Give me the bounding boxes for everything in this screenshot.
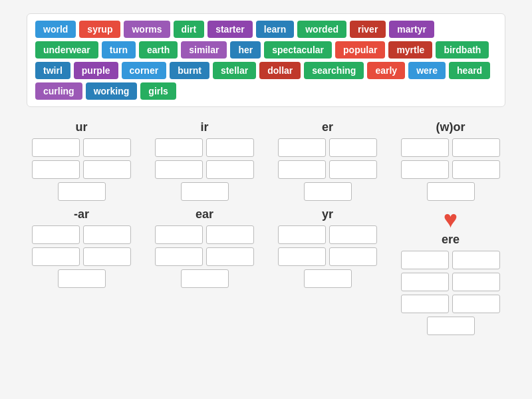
drop-slot[interactable] [83, 160, 131, 179]
word-tile-burnt[interactable]: burnt [170, 62, 209, 79]
drop-slot[interactable] [206, 247, 254, 266]
slot-row [32, 160, 131, 179]
drop-slot[interactable] [181, 269, 229, 288]
drop-slot[interactable] [278, 138, 326, 157]
drop-slot[interactable] [401, 138, 449, 157]
category-label: (w)or [436, 120, 466, 134]
drop-slot[interactable] [329, 247, 377, 266]
ere-drop-slots [396, 251, 505, 335]
slot-row [278, 138, 377, 157]
word-tile-dollar[interactable]: dollar [259, 62, 301, 79]
word-tile-spectacular[interactable]: spectacular [264, 41, 332, 59]
drop-slot[interactable] [58, 269, 106, 288]
word-tile-river[interactable]: river [350, 21, 386, 38]
drop-slot[interactable] [58, 182, 106, 201]
word-tile-early[interactable]: early [367, 62, 405, 79]
word-tile-myrtle[interactable]: myrtle [388, 41, 432, 59]
drop-slot[interactable] [401, 160, 449, 179]
word-tile-searching[interactable]: searching [304, 62, 364, 79]
drop-slot[interactable] [452, 160, 500, 179]
category-label: er [322, 120, 333, 134]
slot-row [32, 138, 131, 157]
category-ar: -ar [27, 207, 136, 335]
drop-slot[interactable] [452, 251, 500, 269]
slot-row [427, 182, 475, 201]
drop-slot[interactable] [206, 138, 254, 157]
drop-slot[interactable] [83, 247, 131, 266]
word-tile-heard[interactable]: heard [449, 62, 490, 79]
word-tile-birdbath[interactable]: birdbath [436, 41, 489, 59]
drop-slot[interactable] [181, 182, 229, 201]
word-tile-girls[interactable]: girls [140, 82, 176, 100]
drop-slot[interactable] [452, 273, 500, 291]
drop-slot[interactable] [452, 295, 500, 313]
word-tile-purple[interactable]: purple [74, 62, 118, 79]
drop-slots [396, 138, 505, 201]
drop-slot[interactable] [401, 295, 449, 313]
word-tile-turn[interactable]: turn [102, 41, 136, 59]
word-tile-world[interactable]: world [35, 21, 76, 38]
slot-row [401, 273, 500, 291]
slot-row [155, 247, 254, 266]
slot-row [304, 269, 352, 288]
category-ir: ir [150, 120, 259, 201]
drop-slot[interactable] [278, 225, 326, 244]
heart-icon: ♥ [444, 207, 458, 231]
drop-slot[interactable] [32, 247, 80, 266]
drop-slot[interactable] [206, 225, 254, 244]
drop-slot[interactable] [32, 138, 80, 157]
word-tile-worms[interactable]: worms [124, 21, 170, 38]
drop-slot[interactable] [32, 160, 80, 179]
drop-slot[interactable] [32, 225, 80, 244]
drop-slot[interactable] [329, 138, 377, 157]
word-tile-twirl[interactable]: twirl [35, 62, 70, 79]
drop-slot[interactable] [401, 273, 449, 291]
drop-slot[interactable] [329, 160, 377, 179]
drop-slot[interactable] [155, 225, 203, 244]
slot-row [401, 295, 500, 313]
drop-slot[interactable] [329, 225, 377, 244]
word-tile-her[interactable]: her [230, 41, 261, 59]
drop-slot[interactable] [155, 160, 203, 179]
word-tile-curling[interactable]: curling [35, 82, 82, 100]
slot-row [278, 225, 377, 244]
drop-slot[interactable] [155, 247, 203, 266]
word-tile-worded[interactable]: worded [297, 21, 346, 38]
word-tile-syrup[interactable]: syrup [79, 21, 120, 38]
word-tile-corner[interactable]: corner [122, 62, 167, 79]
drop-slot[interactable] [278, 160, 326, 179]
slot-row [401, 160, 500, 179]
slot-row [304, 182, 352, 201]
word-tile-martyr[interactable]: martyr [389, 21, 434, 38]
word-tile-learn[interactable]: learn [256, 21, 294, 38]
word-tile-popular[interactable]: popular [335, 41, 385, 59]
word-tile-similar[interactable]: similar [181, 41, 227, 59]
word-tile-dirt[interactable]: dirt [174, 21, 205, 38]
drop-slot[interactable] [83, 138, 131, 157]
drop-slot[interactable] [83, 225, 131, 244]
word-tile-underwear[interactable]: underwear [35, 41, 98, 59]
slot-row [155, 138, 254, 157]
word-tile-working[interactable]: working [86, 82, 138, 100]
drop-slot[interactable] [427, 317, 475, 335]
drop-slot[interactable] [452, 138, 500, 157]
drop-slot[interactable] [401, 251, 449, 269]
drop-slot[interactable] [304, 269, 352, 288]
category-ur: ur [27, 120, 136, 201]
slot-row [58, 269, 106, 288]
drop-slot[interactable] [427, 182, 475, 201]
word-tile-were[interactable]: were [408, 62, 446, 79]
word-tile-earth[interactable]: earth [139, 41, 178, 59]
drop-slot[interactable] [206, 160, 254, 179]
category-label: ur [76, 120, 88, 134]
drop-slot[interactable] [304, 182, 352, 201]
slot-row [181, 269, 229, 288]
drop-slot[interactable] [278, 247, 326, 266]
word-tile-starter[interactable]: starter [207, 21, 253, 38]
category-wor: (w)or [396, 120, 505, 201]
category-label: yr [322, 207, 333, 221]
drop-slots [27, 225, 136, 288]
drop-slots [150, 138, 259, 201]
drop-slot[interactable] [155, 138, 203, 157]
word-tile-stellar[interactable]: stellar [213, 62, 256, 79]
